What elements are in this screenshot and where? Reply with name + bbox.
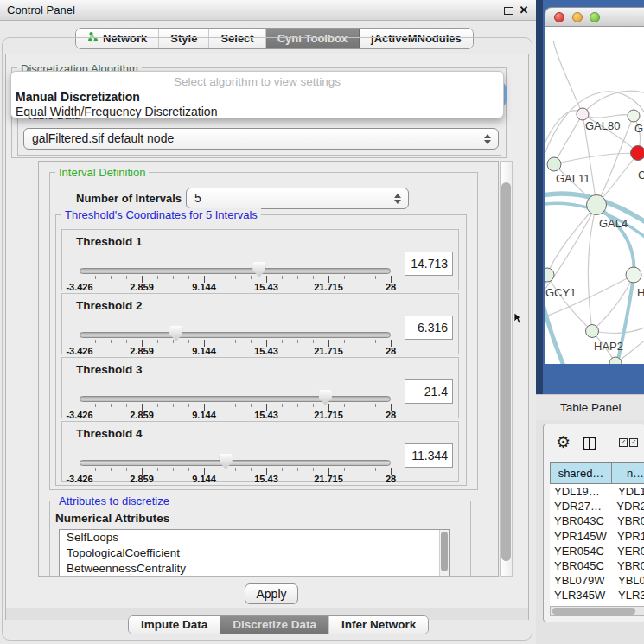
table-row[interactable]: YBR043CYBR0	[550, 513, 644, 528]
slider-tick-label: 2.859	[130, 346, 154, 356]
table-cell: YDR2	[610, 499, 644, 513]
table-horizontal-scrollbar[interactable]	[550, 606, 644, 616]
table-column-header[interactable]: n…	[611, 462, 644, 484]
table-panel-title: Table Panel	[560, 395, 622, 421]
panel-scrollbar-thumb[interactable]	[501, 182, 511, 561]
threshold-panel: Threshold 3-3.4262.8599.14415.4321.71528…	[61, 357, 459, 418]
tab-infer-network[interactable]: Infer Network	[329, 616, 428, 634]
dropdown-prompt: Select algorithm to view settings	[11, 75, 503, 88]
table-cell: YDL19…	[550, 484, 612, 499]
number-of-intervals-combobox[interactable]: 5	[186, 188, 409, 209]
slider-tick-label: 9.144	[192, 282, 216, 292]
minimize-traffic-light-icon[interactable]	[572, 12, 583, 22]
network-canvas[interactable]: GAL80GCGAL11GAL4GCY1HHAP2	[545, 27, 644, 364]
threshold-value-input[interactable]: 6.316	[405, 316, 453, 340]
network-node[interactable]	[628, 110, 640, 122]
zoom-traffic-light-icon[interactable]	[590, 12, 600, 22]
desktop-edge	[536, 0, 543, 394]
attribute-list-item[interactable]: TopologicalCoefficient	[60, 545, 449, 561]
table-scrollbar-thumb[interactable]	[552, 608, 635, 615]
network-node-label: G	[634, 122, 643, 135]
slider-scale-labels: -3.4262.8599.14415.4321.71528	[80, 282, 391, 293]
slider-tick-label: 9.144	[192, 474, 216, 484]
table-data-combobox[interactable]: galFiltered.sif default node	[23, 128, 499, 150]
slider-tick-label: 15.43	[254, 282, 278, 292]
table-row[interactable]: YER054CYER0	[550, 544, 644, 558]
threshold-value-input[interactable]: 11.344	[405, 443, 453, 468]
thresholds-group: Threshold's Coordinates for 5 Intervals …	[55, 214, 467, 486]
settings-scroll-area: Interval Definition Number of Intervals …	[38, 161, 499, 577]
threshold-value-input[interactable]: 21.4	[405, 379, 453, 404]
slider-scale-labels: -3.4262.8599.14415.4321.71528	[80, 474, 391, 485]
threshold-slider-track[interactable]	[80, 396, 391, 402]
table-row[interactable]: YPR145WYPR1	[550, 529, 644, 544]
attribute-list-item[interactable]: BetweennessCentrality	[60, 561, 449, 577]
network-node[interactable]	[631, 146, 644, 161]
network-node[interactable]	[577, 108, 589, 120]
slider-tick-label: 15.43	[254, 346, 278, 356]
threshold-slider-track[interactable]	[80, 332, 391, 338]
slider-scale-labels: -3.4262.8599.14415.4321.71528	[80, 410, 391, 421]
slider-tick-label: 21.715	[314, 410, 343, 420]
threshold-panel: Threshold 4-3.4262.8599.14415.4321.71528…	[61, 421, 459, 482]
threshold-label: Threshold 1	[76, 235, 143, 248]
numerical-attributes-label: Numerical Attributes	[55, 512, 169, 525]
threshold-slider-track[interactable]	[80, 268, 391, 274]
float-icon[interactable]	[504, 7, 513, 15]
tab-impute-data[interactable]: Impute Data	[129, 616, 220, 634]
network-node[interactable]	[587, 195, 607, 215]
checkbox-icon[interactable]: ✓	[629, 438, 638, 447]
network-node[interactable]	[547, 157, 561, 171]
slider-scale-labels: -3.4262.8599.14415.4321.71528	[80, 346, 391, 357]
table-row[interactable]: YBL079WYBL0	[550, 573, 644, 588]
gear-icon[interactable]: ⚙	[556, 433, 571, 452]
slider-tick-label: 21.715	[314, 474, 343, 484]
threshold-label: Threshold 2	[76, 299, 143, 312]
right-side: GAL80GCGAL11GAL4GCY1HHAP2 Table Panel ⚙ …	[536, 0, 644, 644]
list-scrollbar[interactable]	[439, 530, 449, 577]
threshold-label: Threshold 3	[76, 363, 143, 376]
network-node-label: HAP2	[594, 340, 623, 353]
network-node[interactable]	[586, 325, 599, 338]
table-cell: YBR045C	[550, 558, 611, 573]
slider-tick-label: -3.426	[66, 474, 92, 484]
slider-tick-label: -3.426	[66, 410, 92, 420]
apply-button[interactable]: Apply	[245, 583, 298, 604]
algorithm-dropdown: Select algorithm to view settings Manual…	[10, 71, 504, 118]
network-node[interactable]	[545, 268, 554, 282]
attribute-list-item[interactable]: SelfLoops	[60, 530, 449, 545]
table-cell: YBL0	[612, 573, 644, 588]
table-cell: YBL079W	[550, 573, 612, 588]
slider-tick-label: -3.426	[66, 282, 92, 292]
table-row[interactable]: YBR045CYBR0	[550, 558, 644, 573]
close-icon[interactable]: ✕	[518, 3, 530, 18]
combo-stepper-icon	[394, 194, 401, 204]
slider-tick-label: 15.43	[254, 410, 278, 420]
columns-icon[interactable]	[583, 437, 596, 450]
table-row[interactable]: YLR345WYLR3	[550, 588, 644, 603]
table-row[interactable]: YDL19…YDL1	[550, 484, 644, 499]
table-cell: YBR0	[611, 558, 644, 573]
tab-discretize-data[interactable]: Discretize Data	[220, 616, 329, 634]
threshold-value-input[interactable]: 14.713	[405, 252, 453, 276]
algorithm-option[interactable]: Equal Width/Frequency Discretization	[14, 105, 506, 119]
table-cell: YDR27…	[550, 499, 610, 513]
table-cell: YBR0	[611, 513, 644, 528]
threshold-slider-track[interactable]	[80, 460, 391, 466]
control-panel-titlebar: Control Panel ✕	[0, 0, 536, 21]
threshold-panel: Threshold 1-3.4262.8599.14415.4321.71528…	[61, 229, 459, 290]
slider-tick-label: 28	[386, 474, 396, 484]
combo-value: 5	[194, 188, 201, 208]
network-node[interactable]	[626, 267, 641, 283]
panel-scrollbar[interactable]	[500, 161, 513, 577]
checkbox-icon[interactable]: ✓	[619, 438, 628, 447]
close-traffic-light-icon[interactable]	[554, 12, 564, 22]
network-window-titlebar[interactable]	[545, 7, 644, 27]
table-panel-titlebar: Table Panel	[536, 394, 644, 420]
table-cell: YBR043C	[550, 513, 611, 528]
table-row[interactable]: YDR27…YDR2	[550, 499, 644, 513]
table-cell: YPR1	[611, 529, 644, 544]
algorithm-option[interactable]: Manual Discretization	[14, 90, 506, 105]
table-column-header[interactable]: shared…	[550, 462, 612, 484]
list-scrollbar-thumb[interactable]	[441, 532, 448, 571]
